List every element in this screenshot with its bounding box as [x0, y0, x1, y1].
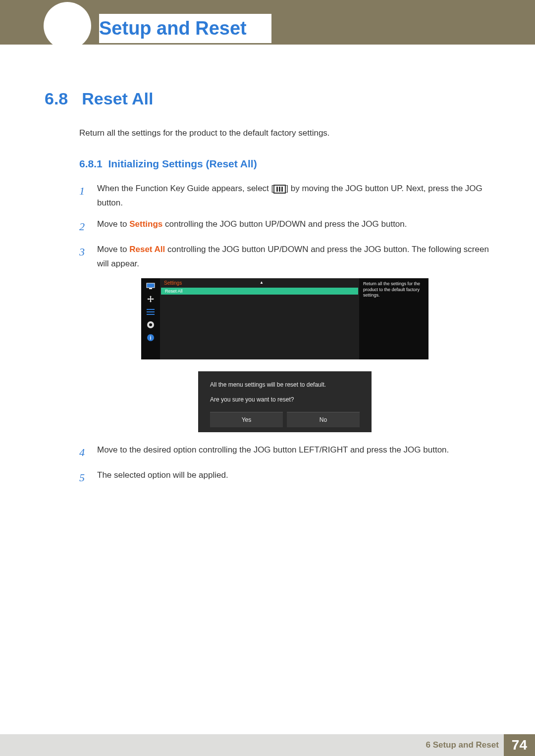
page-number: 74: [504, 734, 535, 756]
step-highlight: Reset All: [129, 245, 165, 254]
info-icon: i: [146, 334, 155, 342]
svg-rect-2: [147, 309, 155, 310]
step-body: Move to Reset All controlling the JOG bu…: [97, 243, 490, 271]
osd-settings-screenshot: i Settings ▲ Reset All Return all the se…: [141, 278, 428, 359]
section-title: Reset All: [82, 89, 153, 108]
step-text: Move to: [97, 245, 129, 254]
move-icon: [146, 295, 155, 303]
monitor-icon: [146, 282, 155, 290]
chapter-title: Setup and Reset: [99, 14, 271, 43]
osd-sidebar: i: [141, 278, 160, 359]
dialog-message: All the menu settings will be reset to d…: [210, 380, 360, 389]
chevron-up-icon: ▲: [260, 280, 264, 285]
header-bar: Setup and Reset: [0, 0, 535, 45]
osd-help-text: Return all the settings for the product …: [359, 278, 428, 359]
step-2: 2 Move to Settings controlling the JOG b…: [79, 217, 490, 236]
section-intro: Return all the settings for the product …: [79, 128, 490, 138]
section-heading: 6.8 Reset All: [45, 89, 490, 108]
osd-header-label: Settings: [164, 280, 182, 286]
step-number: 5: [79, 468, 88, 487]
menu-icon: [273, 185, 286, 194]
dialog-buttons: Yes No: [210, 412, 360, 427]
step-body: When the Function Key Guide appears, sel…: [97, 182, 490, 210]
footer-chapter: 6 Setup and Reset: [426, 740, 498, 750]
steps-list: 1 When the Function Key Guide appears, s…: [79, 182, 490, 487]
yes-button: Yes: [210, 412, 283, 427]
step-body: Move to Settings controlling the JOG but…: [97, 217, 490, 236]
svg-rect-3: [147, 311, 155, 312]
list-icon: [146, 308, 155, 316]
page-footer: 6 Setup and Reset 74: [0, 734, 535, 756]
step-text: Move to: [97, 219, 129, 229]
step-text: When the Function Key Guide appears, sel…: [97, 184, 273, 193]
step-body: Move to the desired option controlling t…: [97, 443, 490, 461]
osd-selected-row: Reset All: [161, 288, 358, 295]
svg-point-6: [149, 323, 152, 326]
step-text: controlling the JOG button UP/DOWN and p…: [162, 219, 407, 229]
svg-text:i: i: [150, 335, 152, 341]
svg-rect-0: [147, 283, 155, 288]
step-5: 5 The selected option will be applied.: [79, 468, 490, 487]
step-number: 4: [79, 443, 88, 461]
subsection-title: Initializing Settings (Reset All): [108, 158, 257, 169]
step-4: 4 Move to the desired option controlling…: [79, 443, 490, 461]
page-content: 6.8 Reset All Return all the settings fo…: [45, 89, 490, 494]
step-highlight: Settings: [129, 219, 162, 229]
step-number: 2: [79, 217, 88, 236]
step-number: 1: [79, 182, 88, 210]
osd-main: Settings ▲ Reset All: [160, 278, 359, 359]
step-body: The selected option will be applied.: [97, 468, 490, 487]
dialog-question: Are you sure you want to reset?: [210, 396, 360, 403]
step-3: 3 Move to Reset All controlling the JOG …: [79, 243, 490, 271]
svg-rect-4: [147, 314, 155, 315]
svg-rect-1: [149, 288, 152, 289]
osd-header: Settings ▲: [160, 278, 359, 288]
step-1: 1 When the Function Key Guide appears, s…: [79, 182, 490, 210]
gear-icon: [146, 321, 155, 329]
subsection-heading: 6.8.1 Initializing Settings (Reset All): [79, 158, 490, 170]
subsection-number: 6.8.1: [79, 158, 103, 169]
no-button: No: [287, 412, 360, 427]
section-number: 6.8: [45, 89, 68, 108]
confirm-dialog-screenshot: All the menu settings will be reset to d…: [198, 371, 372, 432]
step-number: 3: [79, 243, 88, 271]
